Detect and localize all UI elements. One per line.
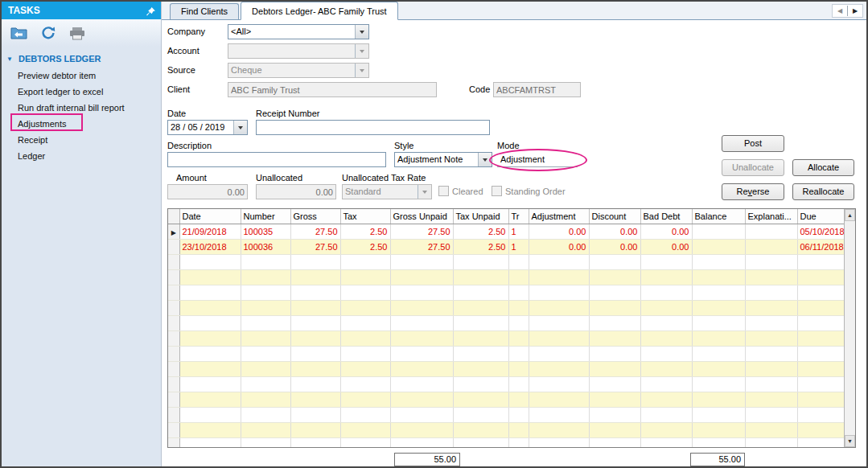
table-row-empty[interactable]: [168, 330, 845, 346]
cell-due[interactable]: 06/11/2018: [797, 239, 845, 254]
cell-tax[interactable]: 2.50: [340, 239, 390, 254]
date-picker[interactable]: 28 / 05 / 2019: [167, 120, 248, 135]
table-row-empty[interactable]: [168, 361, 845, 376]
col-tax-unpaid[interactable]: Tax Unpaid: [453, 209, 508, 224]
cell-gross-unpaid[interactable]: 27.50: [390, 224, 453, 239]
tab-find-clients[interactable]: Find Clients: [170, 3, 239, 19]
reallocate-button[interactable]: Reallocate: [792, 183, 854, 200]
sidebar-item-run-draft-internal-bill-report[interactable]: Run draft internal bill report: [2, 100, 161, 116]
cell-balance[interactable]: [692, 239, 745, 254]
table-row-empty[interactable]: [168, 285, 845, 300]
cell-tax[interactable]: 2.50: [340, 224, 390, 239]
chevron-down-icon: [355, 64, 368, 77]
table-row-empty[interactable]: [168, 392, 845, 407]
scroll-down-icon[interactable]: ▼: [845, 435, 855, 447]
sidebar-section-debtors-ledger[interactable]: ▼ DEBTORS LEDGER: [2, 47, 161, 68]
scroll-up-icon[interactable]: ▲: [845, 209, 855, 221]
sidebar-item-preview-debtor-item[interactable]: Preview debtor item: [2, 68, 161, 84]
col-date[interactable]: Date: [179, 209, 241, 224]
cell-adjustment[interactable]: 0.00: [529, 224, 589, 239]
cell-date[interactable]: 21/09/2018: [179, 224, 241, 239]
cell-discount[interactable]: 0.00: [589, 239, 640, 254]
col-tax[interactable]: Tax: [340, 209, 390, 224]
cell-bad-debt[interactable]: 0.00: [640, 239, 692, 254]
pin-icon[interactable]: [146, 5, 157, 16]
col-gross-unpaid[interactable]: Gross Unpaid: [390, 209, 453, 224]
print-icon[interactable]: [68, 25, 87, 41]
reverse-label-pre: Re: [737, 187, 748, 196]
current-row-icon: ▶: [171, 229, 176, 236]
account-select: [228, 43, 369, 59]
table-row-empty[interactable]: [168, 254, 845, 269]
sidebar-item-receipt[interactable]: Receipt: [2, 132, 161, 148]
col-bad-debt[interactable]: Bad Debt: [640, 209, 692, 224]
style-value: Adjustment Note: [395, 153, 478, 166]
table-row-empty[interactable]: [168, 422, 845, 437]
col-discount[interactable]: Discount: [589, 209, 640, 224]
cell-date[interactable]: 23/10/2018: [179, 239, 241, 254]
cell-gross[interactable]: 27.50: [290, 224, 340, 239]
source-value: Cheque: [228, 64, 355, 77]
tab-debtors-ledger[interactable]: Debtors Ledger- ABC Family Trust: [241, 2, 398, 20]
refresh-icon[interactable]: [39, 25, 58, 41]
cell-number[interactable]: 100035: [241, 224, 290, 239]
table-row-empty[interactable]: [168, 376, 845, 392]
col-due[interactable]: Due: [797, 209, 845, 224]
gross-unpaid-total: 55.00: [394, 453, 460, 466]
description-input[interactable]: [167, 152, 386, 167]
cell-due[interactable]: 05/10/2018: [797, 224, 845, 239]
cell-gross[interactable]: 27.50: [290, 239, 340, 254]
checkbox-icon: [492, 186, 502, 196]
table-row-empty[interactable]: [168, 407, 845, 422]
col-tr[interactable]: Tr: [508, 209, 529, 224]
cell-tr[interactable]: 1: [508, 239, 529, 254]
table-row-empty[interactable]: [168, 315, 845, 330]
ledger-table: Date Number Gross Tax Gross Unpaid Tax U…: [168, 209, 845, 448]
table-row-empty[interactable]: [168, 346, 845, 361]
table-row-empty[interactable]: [168, 300, 845, 315]
col-number[interactable]: Number: [241, 209, 290, 224]
reverse-label-post: erse: [752, 187, 769, 196]
cell-discount[interactable]: 0.00: [589, 224, 640, 239]
tab-scroll-right-icon[interactable]: ▶: [849, 5, 861, 17]
col-adjustment[interactable]: Adjustment: [529, 209, 589, 224]
col-gross[interactable]: Gross: [290, 209, 340, 224]
open-folder-icon[interactable]: [10, 25, 29, 41]
chevron-down-icon[interactable]: [478, 153, 492, 166]
cell-gross-unpaid[interactable]: 27.50: [390, 239, 453, 254]
cell-number[interactable]: 100036: [241, 239, 290, 254]
allocate-button[interactable]: Allocate: [792, 159, 854, 176]
code-input: [493, 82, 581, 97]
grid-scrollbar[interactable]: ▲ ▼: [844, 209, 855, 447]
cell-bad-debt[interactable]: 0.00: [640, 224, 692, 239]
table-row[interactable]: ▶ 21/09/2018 100035 27.50 2.50 27.50 2.5…: [168, 224, 845, 239]
sidebar-item-export-ledger-to-excel[interactable]: Export ledger to excel: [2, 84, 161, 100]
tasks-sidebar: TASKS ▼ DEBTORS LEDGER Preview debtor it…: [2, 2, 162, 466]
cell-tr[interactable]: 1: [508, 224, 529, 239]
cell-adjustment[interactable]: 0.00: [529, 239, 589, 254]
reverse-button[interactable]: Reverse: [722, 183, 784, 200]
cell-balance[interactable]: [692, 224, 745, 239]
sidebar-item-adjustments[interactable]: Adjustments: [2, 116, 161, 132]
row-selector-cell[interactable]: [168, 239, 179, 254]
cell-tax-unpaid[interactable]: 2.50: [453, 239, 508, 254]
table-row-empty[interactable]: [168, 269, 845, 285]
style-select[interactable]: Adjustment Note: [394, 152, 492, 167]
col-explanation[interactable]: Explanati...: [745, 209, 797, 224]
sidebar-item-ledger[interactable]: Ledger: [2, 148, 161, 164]
table-row-empty[interactable]: [168, 437, 845, 448]
code-label: Code: [469, 84, 490, 95]
post-button[interactable]: Post: [722, 135, 784, 152]
cell-tax-unpaid[interactable]: 2.50: [453, 224, 508, 239]
chevron-down-icon[interactable]: [233, 121, 247, 134]
chevron-down-icon[interactable]: [355, 25, 368, 39]
cell-explanation[interactable]: [745, 224, 797, 239]
company-select[interactable]: <All>: [228, 24, 369, 39]
cell-explanation[interactable]: [745, 239, 797, 254]
receipt-number-input[interactable]: [256, 120, 490, 135]
table-row[interactable]: 23/10/2018 100036 27.50 2.50 27.50 2.50 …: [168, 239, 845, 254]
col-balance[interactable]: Balance: [692, 209, 745, 224]
tab-scroll-left-icon[interactable]: ◀: [834, 5, 845, 17]
date-label: Date: [167, 109, 186, 119]
row-selector-cell[interactable]: ▶: [168, 224, 179, 239]
